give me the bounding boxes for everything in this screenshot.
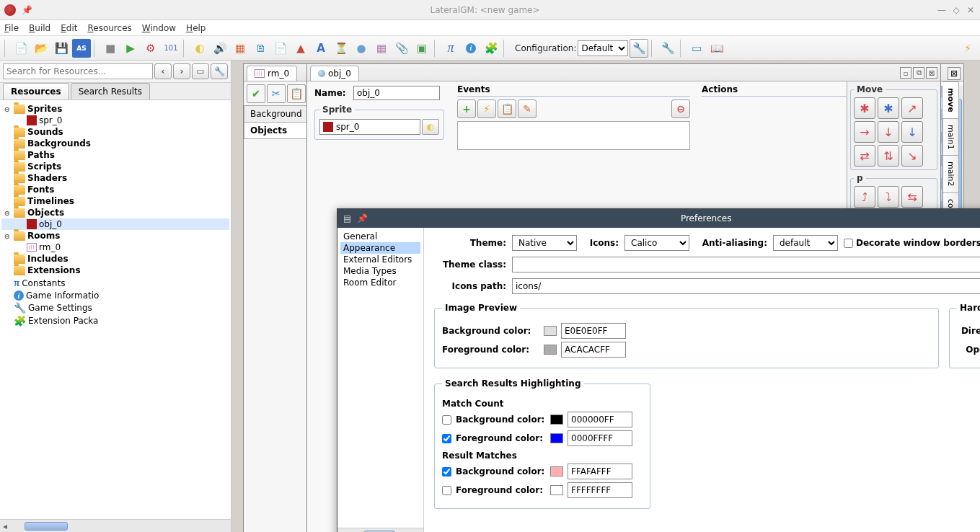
room-tab[interactable]: rm_0 xyxy=(247,66,297,81)
room-icon[interactable]: ▦ xyxy=(372,39,391,58)
search-settings-icon[interactable]: 🔧 xyxy=(211,63,228,79)
rm-fg-swatch[interactable] xyxy=(550,485,563,495)
move-fixed-icon[interactable]: ✱ xyxy=(878,97,899,119)
reverse-v-icon[interactable]: ⇅ xyxy=(878,145,899,167)
help-icon[interactable]: 📖 xyxy=(707,39,726,58)
close-icon[interactable]: ✕ xyxy=(966,5,976,15)
lightning-icon[interactable]: ⚡ xyxy=(958,39,977,58)
jump-random-icon[interactable]: ⇆ xyxy=(901,186,923,208)
menu-edit[interactable]: Edit xyxy=(61,23,77,33)
tab-search-results[interactable]: Search Results xyxy=(71,83,150,99)
maximize-icon[interactable]: ◇ xyxy=(951,5,961,15)
hspeed-icon[interactable]: → xyxy=(854,121,875,143)
menu-window[interactable]: Window xyxy=(142,23,176,33)
rm-bg-checkbox[interactable] xyxy=(442,467,451,476)
search-prev-button[interactable]: ‹ xyxy=(154,63,172,79)
mc-bg-input[interactable] xyxy=(568,412,632,427)
move-free-icon[interactable]: ✱ xyxy=(854,97,875,119)
tree-folder-extensions[interactable]: Extensions xyxy=(27,265,81,275)
tree-item-game-info[interactable]: Game Informatio xyxy=(26,291,99,301)
window-maximize-icon[interactable]: ⧉ xyxy=(913,67,924,79)
background-icon[interactable]: ▦ xyxy=(231,39,250,58)
events-list[interactable] xyxy=(457,121,690,150)
cut-icon[interactable]: ✂ xyxy=(267,84,286,103)
object-icon[interactable]: ● xyxy=(352,39,371,58)
tab-main1[interactable]: main1 xyxy=(943,118,959,156)
save-as-icon[interactable]: AS xyxy=(72,39,91,58)
object-name-input[interactable] xyxy=(353,86,440,100)
tree-folder-rooms[interactable]: Rooms xyxy=(27,231,60,241)
stop-icon[interactable]: ■ xyxy=(101,39,120,58)
compile-icon[interactable]: 101 xyxy=(162,39,180,58)
tree-folder-fonts[interactable]: Fonts xyxy=(27,185,54,195)
constants-icon[interactable]: π xyxy=(441,39,460,58)
vspeed-icon[interactable]: ↓ xyxy=(878,121,899,143)
wrench-icon[interactable]: 🔧 xyxy=(658,39,677,58)
open-file-icon[interactable]: 📂 xyxy=(32,39,50,58)
save-icon[interactable]: 💾 xyxy=(52,39,71,58)
puzzle-icon[interactable]: 🧩 xyxy=(482,39,500,58)
theme-class-input[interactable] xyxy=(512,257,980,272)
ip-fg-input[interactable] xyxy=(561,342,626,358)
tab-main2[interactable]: main2 xyxy=(943,155,959,192)
tree-folder-timelines[interactable]: Timelines xyxy=(27,196,74,206)
category-appearance[interactable]: Appearance xyxy=(340,242,420,254)
mc-bg-swatch[interactable] xyxy=(550,414,563,425)
scrollbar-thumb[interactable] xyxy=(25,522,68,531)
icons-select[interactable]: Calico xyxy=(624,235,689,251)
tree-toggle-icon[interactable]: ⊖ xyxy=(3,105,12,113)
mc-fg-input[interactable] xyxy=(568,430,632,446)
include-icon[interactable]: 📎 xyxy=(392,39,411,58)
tree-folder-objects[interactable]: Objects xyxy=(27,208,64,218)
tree-item-spr0[interactable]: spr_0 xyxy=(39,115,62,125)
tree-folder-includes[interactable]: Includes xyxy=(27,254,69,264)
sound-icon[interactable]: 🔊 xyxy=(211,39,229,58)
timeline-icon[interactable]: ⏳ xyxy=(332,39,350,58)
gravity-icon[interactable]: ↓ xyxy=(901,121,923,143)
ip-fg-swatch[interactable] xyxy=(544,345,557,355)
tab-resources[interactable]: Resources xyxy=(3,83,69,99)
minimize-icon[interactable]: — xyxy=(937,5,947,15)
ip-bg-input[interactable] xyxy=(561,323,626,339)
tree-item-ext-packages[interactable]: Extension Packa xyxy=(28,316,98,326)
dialog-pin-icon[interactable]: 📌 xyxy=(357,213,368,223)
copy-event-icon[interactable]: 📋 xyxy=(498,99,516,118)
tree-folder-scripts[interactable]: Scripts xyxy=(27,161,61,172)
tree-folder-paths[interactable]: Paths xyxy=(27,150,55,160)
lightning-event-icon[interactable]: ⚡ xyxy=(477,99,496,118)
rm-fg-checkbox[interactable] xyxy=(442,486,451,495)
sprite-select[interactable]: spr_0 xyxy=(319,119,420,135)
search-next-button[interactable]: › xyxy=(173,63,190,79)
tree-item-obj0[interactable]: obj_0 xyxy=(39,219,62,229)
categories-scrollbar[interactable]: ◂ xyxy=(337,528,423,532)
dialog-menu-icon[interactable]: ▤ xyxy=(343,213,351,223)
window-icon[interactable]: ▭ xyxy=(687,39,706,58)
tree-item-rm0[interactable]: rm_0 xyxy=(39,242,61,252)
search-input[interactable] xyxy=(3,63,153,79)
tree-item-constants[interactable]: Constants xyxy=(22,278,65,288)
mc-fg-swatch[interactable] xyxy=(550,433,563,443)
jump-pos-icon[interactable]: ⤴ xyxy=(854,186,875,208)
script-icon[interactable]: 📄 xyxy=(271,39,290,58)
preferences-titlebar[interactable]: ▤ 📌 Preferences ⌄ ⌃ ✕ xyxy=(337,209,980,228)
icons-path-input[interactable] xyxy=(512,278,980,294)
ip-bg-swatch[interactable] xyxy=(544,326,557,336)
category-external-editors[interactable]: External Editors xyxy=(340,254,420,265)
tree-folder-sprites[interactable]: Sprites xyxy=(27,104,62,114)
info-icon[interactable]: i xyxy=(462,39,480,58)
resource-tree[interactable]: ⊖Sprites spr_0 Sounds Backgrounds Paths … xyxy=(0,100,231,519)
extension-icon[interactable]: ▣ xyxy=(412,39,431,58)
config-select[interactable]: Default xyxy=(578,40,628,56)
decorate-checkbox[interactable] xyxy=(844,239,853,248)
debug-icon[interactable]: ⚙ xyxy=(141,39,160,58)
sidebar-scrollbar[interactable]: ◂ xyxy=(0,519,231,532)
tree-folder-sounds[interactable]: Sounds xyxy=(27,127,63,137)
font-icon[interactable]: A xyxy=(312,39,330,58)
rm-fg-input[interactable] xyxy=(568,482,632,498)
tree-toggle-icon[interactable]: ⊖ xyxy=(3,232,12,240)
delete-event-icon[interactable]: ⊖ xyxy=(671,99,690,118)
edit-event-icon[interactable]: ✎ xyxy=(518,99,537,118)
sprite-icon[interactable]: ◐ xyxy=(190,39,209,58)
tree-folder-backgrounds[interactable]: Backgrounds xyxy=(27,138,91,148)
mc-bg-checkbox[interactable] xyxy=(442,415,451,425)
